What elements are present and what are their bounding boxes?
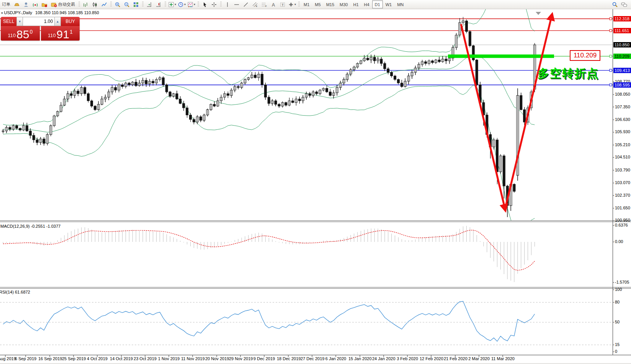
dropdown-arrow-icon[interactable]: ▾ xyxy=(184,3,186,6)
scroll-to-end-button[interactable] xyxy=(145,0,154,9)
ohlc-values: 108.350 110.945 108.185 110.850 xyxy=(35,10,99,15)
timeframe-mn-button[interactable]: MN xyxy=(394,0,406,8)
date-tick-label: 24 Jan 2020 xyxy=(372,356,395,361)
timeframe-m1-button[interactable]: M1 xyxy=(301,0,312,8)
volume-input[interactable] xyxy=(23,17,54,26)
svg-text:E: E xyxy=(256,5,257,7)
chart-shift-button[interactable] xyxy=(154,0,163,9)
one-click-trading-panel: SELL ▼ ▲ BUY 110 85 0 110 91 1 xyxy=(1,17,80,41)
buy-price-figure: 110 xyxy=(48,33,56,38)
timeframe-d1-button[interactable]: D1 xyxy=(372,0,383,8)
zoom-out-button[interactable] xyxy=(122,0,131,9)
buy-button[interactable]: BUY xyxy=(61,17,80,26)
new-order-button[interactable]: 订单 xyxy=(0,0,12,9)
rsi-axis-label: 0 xyxy=(615,349,617,354)
toolbar-group-grip xyxy=(110,2,112,7)
sell-price[interactable]: 110 85 0 xyxy=(1,26,40,41)
candlestick-chart-button[interactable] xyxy=(90,0,100,9)
date-tick-label: 12 Feb 2020 xyxy=(420,356,443,361)
equidistant-channel-button[interactable]: E xyxy=(250,0,260,9)
fibonacci-button[interactable]: F xyxy=(260,0,269,9)
gold-ingot-icon xyxy=(14,2,20,8)
chart-shift-marker xyxy=(536,12,541,15)
dropdown-arrow-icon[interactable]: ▾ xyxy=(194,3,195,6)
toolbar-group-grip xyxy=(142,2,144,7)
scroll-to-end-icon xyxy=(146,2,152,8)
price-badge-111.651: 111.651 xyxy=(613,28,631,33)
price-tick-label: 107.350 xyxy=(615,104,630,109)
autotrading-label: 自动交易 xyxy=(58,2,75,7)
timeframe-m5-button[interactable]: M5 xyxy=(312,0,323,8)
profile-icon xyxy=(23,2,29,8)
price-tick-label: 108.050 xyxy=(615,92,630,96)
date-tick-label: 29 Nov 2019 xyxy=(229,356,252,361)
tile-windows-button[interactable] xyxy=(131,0,141,9)
vertical-line-button[interactable] xyxy=(223,0,232,9)
bar-chart-button[interactable] xyxy=(81,0,90,9)
horizontal-line-icon xyxy=(234,2,240,8)
fibonacci-icon: F xyxy=(261,2,267,8)
date-tick-label: 2 Mar 2020 xyxy=(468,356,490,361)
price-callout-label[interactable]: 110.209 xyxy=(570,50,600,61)
candlestick-chart-icon xyxy=(92,2,98,8)
price-tick-label: 106.630 xyxy=(615,117,630,122)
rsi-axis-label: 15 xyxy=(615,342,620,347)
macd-axis-label: 0.6376 xyxy=(615,223,628,227)
zoom-in-icon xyxy=(114,2,121,8)
sell-button[interactable]: SELL xyxy=(1,17,16,26)
price-tick-label: 104.510 xyxy=(615,155,630,159)
svg-text:A: A xyxy=(272,2,275,7)
text-label-button[interactable]: T xyxy=(278,0,287,9)
rsi-axis-label: 80 xyxy=(615,300,620,304)
svg-text:F: F xyxy=(265,5,267,7)
line-chart-icon xyxy=(101,2,107,8)
date-tick-label: 16 Sep 2019 xyxy=(38,356,61,361)
line-chart-button[interactable] xyxy=(100,0,109,9)
volume-increase-button[interactable]: ▲ xyxy=(54,17,61,26)
templates-button[interactable]: ▾ xyxy=(186,0,196,9)
autotrading-button[interactable]: 自动交易 xyxy=(49,0,77,9)
profile-button[interactable] xyxy=(21,0,31,9)
date-tick-label: 1 Nov 2019 xyxy=(157,356,180,361)
zoom-in-button[interactable] xyxy=(113,0,122,9)
timeframe-w1-button[interactable]: W1 xyxy=(383,0,395,8)
sell-price-pips: 85 xyxy=(16,29,29,39)
crosshair-button[interactable] xyxy=(209,0,219,9)
rsi-axis-label: 100 xyxy=(615,287,622,292)
volume-decrease-button[interactable]: ▼ xyxy=(16,17,23,26)
text-button[interactable]: A xyxy=(269,0,278,9)
price-tick-label: 101.650 xyxy=(615,206,630,210)
trendline-icon xyxy=(243,2,249,8)
text-icon: A xyxy=(270,2,276,8)
dropdown-arrow-icon[interactable]: ▾ xyxy=(294,3,296,6)
window-icon: ▾ xyxy=(1,11,3,15)
timeframe-m15-button[interactable]: M15 xyxy=(324,0,337,8)
search-button[interactable] xyxy=(610,0,620,9)
timeframe-h4-button[interactable]: H4 xyxy=(361,0,372,8)
timeframe-h1-button[interactable]: H1 xyxy=(350,0,361,8)
mql-folder-button[interactable] xyxy=(40,0,49,9)
annotation-text[interactable]: 多空转折点 xyxy=(538,66,599,82)
indicators-icon xyxy=(168,2,174,8)
date-tick-label: 6 Jan 2020 xyxy=(324,356,347,361)
dropdown-arrow-icon[interactable]: ▾ xyxy=(175,3,176,6)
price-tick-label: 105.930 xyxy=(615,129,630,134)
vertical-line-icon xyxy=(224,2,230,8)
gold-ingot-button[interactable] xyxy=(12,0,21,9)
trendline-button[interactable] xyxy=(241,0,250,9)
signal-button[interactable] xyxy=(31,0,40,9)
date-tick-label: 18 Dec 2019 xyxy=(277,356,300,361)
horizontal-line-button[interactable] xyxy=(232,0,241,9)
cursor-button[interactable] xyxy=(200,0,209,9)
rsi-axis-label: 50 xyxy=(615,320,620,324)
cursor-icon xyxy=(202,2,208,8)
timeframe-m30-button[interactable]: M30 xyxy=(337,0,350,8)
periods-button[interactable]: ▾ xyxy=(177,0,186,9)
buy-price[interactable]: 110 91 1 xyxy=(41,26,80,41)
chart-shift-icon xyxy=(155,2,162,8)
indicators-button[interactable]: ▾ xyxy=(167,0,177,9)
toolbar: 订单 自动交易 ▾▾▾EFAT▾ M1M5M15M30H1H4D1W1MN xyxy=(0,0,631,9)
chart-canvas[interactable] xyxy=(0,0,631,364)
chat-button[interactable] xyxy=(620,0,629,9)
arrows-button[interactable]: ▾ xyxy=(287,0,297,9)
